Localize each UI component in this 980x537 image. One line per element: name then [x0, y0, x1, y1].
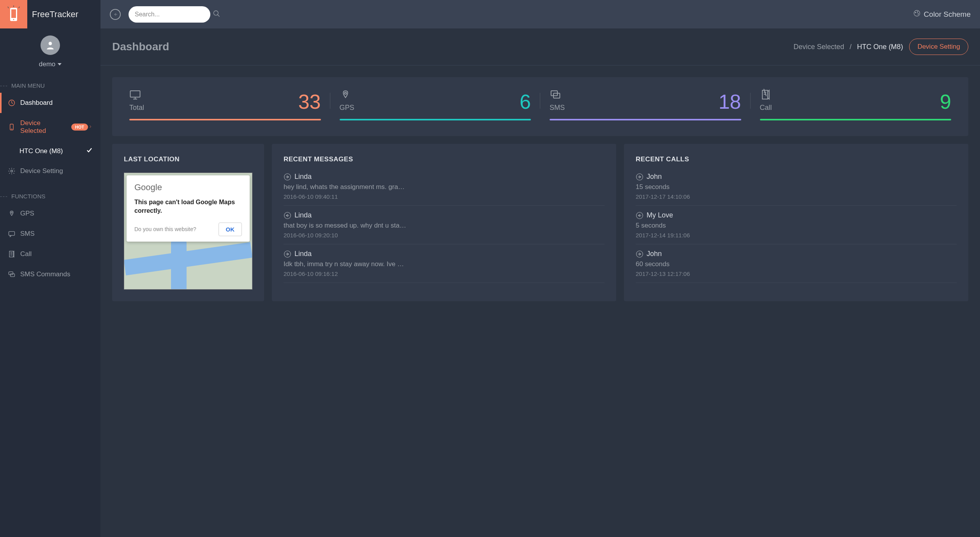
- user-menu[interactable]: demo: [39, 60, 62, 68]
- sidebar-item-call[interactable]: Call: [0, 244, 100, 264]
- stat-label: SMS: [550, 104, 565, 112]
- map-question[interactable]: Do you own this website?: [134, 226, 196, 232]
- panel-title: LAST LOCATION: [124, 155, 252, 163]
- map-error-message: This page can't load Google Maps correct…: [134, 198, 242, 216]
- panel-recent-messages: RECENT MESSAGES Lindahey lind, whats the…: [272, 144, 616, 301]
- svg-rect-14: [9, 272, 13, 275]
- call-duration: 15 seconds: [636, 183, 957, 191]
- map[interactable]: Google This page can't load Google Maps …: [124, 173, 252, 290]
- logo-icon: [0, 0, 27, 28]
- message-item[interactable]: Lindahey lind, whats the assignment ms. …: [284, 173, 605, 206]
- call-name: John: [647, 250, 662, 258]
- panel-recent-calls: RECENT CALLS John15 seconds2017-12-17 14…: [624, 144, 968, 301]
- hot-badge: HOT: [71, 124, 88, 131]
- caret-down-icon: [58, 63, 62, 65]
- sidebar-item-dashboard[interactable]: Dashboard: [0, 93, 100, 113]
- svg-rect-9: [9, 231, 15, 235]
- page-title: Dashboard: [112, 41, 169, 53]
- google-logo: Google: [134, 182, 242, 193]
- stat-bar: [550, 119, 741, 120]
- stat-value: 9: [940, 92, 951, 112]
- svg-point-3: [49, 42, 52, 45]
- call-log-icon: [8, 250, 16, 258]
- color-scheme-button[interactable]: Color Scheme: [913, 9, 971, 19]
- stats-row: Total 33 GPS 6: [112, 77, 968, 136]
- chat-bubbles-icon: [8, 270, 16, 278]
- stat-gps: GPS 6: [330, 89, 541, 120]
- device-setting-button[interactable]: Device Setting: [909, 39, 968, 55]
- arrow-left-circle-icon: [636, 212, 643, 219]
- panel-title: RECENT MESSAGES: [284, 155, 605, 163]
- message-body: Idk tbh, imma try n stay away now. Ive …: [284, 260, 605, 268]
- sidebar-item-sms[interactable]: SMS: [0, 224, 100, 244]
- call-item[interactable]: John15 seconds2017-12-17 14:10:06: [636, 173, 957, 206]
- back-button[interactable]: [110, 9, 121, 20]
- call-log-icon: [760, 89, 772, 99]
- map-ok-button[interactable]: OK: [219, 223, 242, 236]
- stat-label: Total: [129, 104, 144, 112]
- message-item[interactable]: Lindathat boy is so messed up. why dnt u…: [284, 206, 605, 244]
- svg-point-7: [11, 170, 13, 172]
- chat-icon: [8, 230, 16, 238]
- stat-label: GPS: [340, 104, 354, 112]
- search-icon: [213, 10, 220, 19]
- breadcrumb-label[interactable]: Device Selected: [793, 43, 844, 51]
- svg-rect-22: [130, 91, 140, 97]
- stat-label: Call: [760, 104, 772, 112]
- brand-name: FreeTracker: [32, 9, 78, 19]
- stat-bar: [760, 119, 952, 120]
- user-name-label: demo: [39, 60, 56, 68]
- sidebar-item-label: SMS: [20, 230, 35, 238]
- menu-header-functions: FUNCTIONS: [0, 187, 100, 203]
- panel-title: RECENT CALLS: [636, 155, 957, 163]
- sidebar-item-label: GPS: [20, 210, 34, 217]
- sidebar-item-label: Device Selected: [20, 119, 68, 135]
- chevron-right-icon: [88, 123, 93, 131]
- svg-point-19: [915, 12, 916, 13]
- search-box[interactable]: [129, 6, 210, 23]
- message-item[interactable]: LindaIdk tbh, imma try n stay away now. …: [284, 244, 605, 283]
- page-header: Dashboard Device Selected / HTC One (M8)…: [100, 28, 980, 65]
- arrow-left-circle-icon: [284, 212, 291, 219]
- arrow-right-circle-icon: [284, 173, 291, 181]
- sidebar-item-device-selected[interactable]: Device Selected HOT: [0, 113, 100, 141]
- stat-value: 18: [719, 92, 741, 112]
- message-sender: Linda: [294, 250, 312, 258]
- message-time: 2016-06-10 09:16:12: [284, 270, 605, 277]
- chat-icon: [550, 89, 561, 99]
- svg-point-25: [344, 92, 346, 94]
- call-time: 2017-12-14 19:11:06: [636, 232, 957, 238]
- stat-bar: [129, 119, 321, 120]
- call-duration: 5 seconds: [636, 222, 957, 230]
- stat-total: Total 33: [120, 89, 330, 120]
- arrow-right-circle-icon: [284, 250, 291, 258]
- sidebar-subitem-device[interactable]: HTC One (M8): [0, 141, 100, 161]
- message-time: 2016-06-10 09:20:10: [284, 232, 605, 238]
- sidebar-item-label: Device Setting: [20, 167, 63, 175]
- user-block: demo: [0, 28, 100, 76]
- call-name: My Love: [647, 211, 673, 219]
- logo[interactable]: FreeTracker: [0, 0, 100, 28]
- sidebar-subitem-label: HTC One (M8): [19, 147, 63, 155]
- svg-point-20: [917, 11, 918, 12]
- sidebar-item-device-setting[interactable]: Device Setting: [0, 161, 100, 181]
- stat-call: Call 9: [751, 89, 961, 120]
- search-input[interactable]: [135, 11, 213, 18]
- svg-point-16: [214, 11, 219, 15]
- stat-value: 6: [520, 92, 531, 112]
- call-item[interactable]: My Love5 seconds2017-12-14 19:11:06: [636, 206, 957, 244]
- sidebar-item-gps[interactable]: GPS: [0, 203, 100, 224]
- call-name: John: [647, 173, 662, 181]
- arrow-right-circle-icon: [636, 250, 643, 258]
- svg-line-17: [218, 14, 220, 16]
- breadcrumb-device: HTC One (M8): [857, 43, 903, 51]
- call-item[interactable]: John60 seconds2017-12-13 12:17:06: [636, 244, 957, 283]
- sidebar-item-sms-commands[interactable]: SMS Commands: [0, 264, 100, 284]
- svg-point-18: [914, 11, 920, 16]
- avatar[interactable]: [41, 35, 60, 55]
- stat-sms: SMS 18: [540, 89, 751, 120]
- message-body: hey lind, whats the assignment ms. gra…: [284, 183, 605, 191]
- message-sender: Linda: [294, 173, 312, 181]
- topbar: Color Scheme: [100, 0, 980, 28]
- message-time: 2016-06-10 09:40:11: [284, 193, 605, 200]
